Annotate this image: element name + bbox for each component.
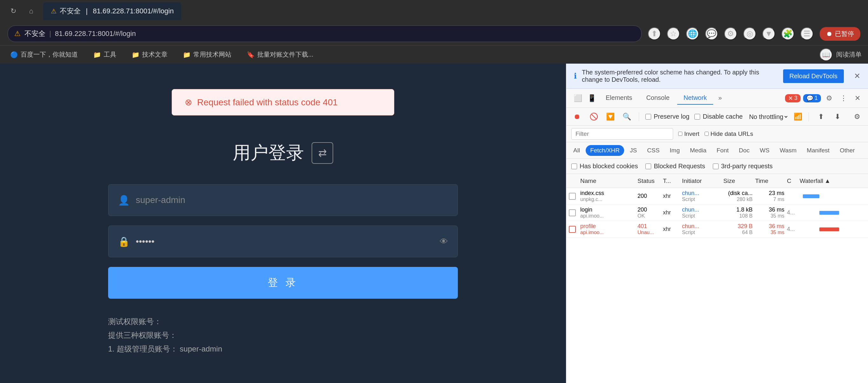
- type-filter-fetch-xhr[interactable]: Fetch/XHR: [586, 145, 624, 156]
- devtools-settings-button[interactable]: ⚙: [824, 92, 835, 105]
- blocked-requests-label[interactable]: Blocked Requests: [645, 163, 705, 170]
- address-bar[interactable]: ⚠ 不安全 | 81.69.228.71:8001/#/login: [8, 25, 642, 42]
- extensions-icon[interactable]: 🧩: [781, 27, 794, 40]
- type-filter-css[interactable]: CSS: [643, 145, 664, 156]
- search-button[interactable]: 🔍: [621, 111, 632, 122]
- warning-icon: ⚠: [51, 7, 57, 15]
- paused-button[interactable]: ⏺ 已暂停: [820, 27, 860, 41]
- third-party-label[interactable]: 3rd-party requests: [713, 163, 773, 170]
- row3-status-sub: Unau...: [638, 230, 663, 235]
- has-blocked-cookies-checkbox[interactable]: [571, 164, 577, 169]
- th-initiator[interactable]: Initiator: [682, 177, 723, 184]
- tab-more[interactable]: »: [714, 92, 725, 105]
- type-filter-all[interactable]: All: [569, 145, 584, 156]
- invert-label[interactable]: Invert: [678, 130, 700, 138]
- invert-checkbox[interactable]: [678, 132, 682, 136]
- devtools-more-button[interactable]: ⋮: [837, 92, 849, 105]
- bookmark-tech-sites[interactable]: 📁 常用技术网站: [179, 48, 235, 61]
- type-filter-other[interactable]: Other: [835, 145, 860, 156]
- username-field[interactable]: 👤: [108, 184, 458, 216]
- row1-checkbox[interactable]: [569, 193, 576, 200]
- filter-input[interactable]: [571, 128, 673, 140]
- upload-button[interactable]: ⬆: [815, 111, 827, 122]
- th-type[interactable]: T...: [663, 177, 682, 184]
- address-bar-row: ⚠ 不安全 | 81.69.228.71:8001/#/login ⬆ ☆ 🌐 …: [0, 22, 868, 45]
- disable-cache-checkbox[interactable]: [694, 114, 700, 120]
- type-filter-img[interactable]: Img: [665, 145, 684, 156]
- share-button[interactable]: ⬆: [648, 27, 661, 40]
- blocked-requests-checkbox[interactable]: [645, 164, 651, 169]
- message-badge: 💬 1: [803, 94, 821, 102]
- third-party-checkbox[interactable]: [713, 164, 719, 169]
- record-button[interactable]: ⏺: [571, 111, 583, 122]
- type-filter-wasm[interactable]: Wasm: [775, 145, 801, 156]
- preserve-log-label[interactable]: Preserve log: [645, 113, 689, 120]
- preserve-log-text: Preserve log: [654, 113, 689, 120]
- device-toolbar-icon[interactable]: 📱: [585, 92, 598, 105]
- username-input[interactable]: [136, 195, 448, 205]
- has-blocked-cookies-label[interactable]: Has blocked cookies: [571, 163, 638, 170]
- error-count: 3: [794, 95, 798, 101]
- refresh-button[interactable]: ↻: [6, 4, 20, 18]
- table-row[interactable]: index.css unpkg.c... 200 xhr chun... Scr…: [566, 188, 868, 205]
- th-size[interactable]: Size: [723, 177, 755, 184]
- filter-toggle-button[interactable]: 🔽: [604, 111, 616, 122]
- th-c[interactable]: C: [787, 177, 800, 184]
- network-settings-button[interactable]: ⚙: [851, 111, 863, 122]
- bookmark-baidu[interactable]: 🔵 百度一下，你就知道: [6, 48, 82, 61]
- th-time[interactable]: Time: [755, 177, 787, 184]
- error-badge: ✕ 3: [785, 94, 801, 102]
- bookmark-button[interactable]: ☆: [667, 27, 680, 40]
- type-filter-manifest[interactable]: Manifest: [802, 145, 834, 156]
- tab-network[interactable]: Network: [677, 92, 713, 105]
- tab-elements[interactable]: Elements: [599, 92, 639, 105]
- hide-data-urls-checkbox[interactable]: [705, 132, 709, 136]
- th-status[interactable]: Status: [638, 177, 663, 184]
- clear-button[interactable]: 🚫: [588, 111, 599, 122]
- row3-status: 401 Unau...: [638, 223, 663, 235]
- active-tab[interactable]: ⚠ 不安全 | 81.69.228.71:8001/#/login: [43, 2, 181, 20]
- table-row[interactable]: login api.imoo... 200 OK xhr chun... Scr…: [566, 205, 868, 221]
- th-name[interactable]: Name: [580, 177, 638, 184]
- devtools-close-button[interactable]: ✕: [852, 92, 863, 105]
- type-filter-media[interactable]: Media: [685, 145, 711, 156]
- reload-devtools-button[interactable]: Reload DevTools: [783, 69, 844, 83]
- download-button[interactable]: ⬇: [832, 111, 843, 122]
- bookmark-batch[interactable]: 🔖 批量对账文件下载...: [243, 48, 317, 61]
- arrow-down-icon[interactable]: ▼: [763, 27, 775, 40]
- login-button[interactable]: 登 录: [108, 267, 458, 299]
- bookmark-tech-articles[interactable]: 📁 技术文章: [128, 48, 172, 61]
- eye-icon[interactable]: 👁: [440, 237, 448, 246]
- row2-checkbox[interactable]: [569, 209, 576, 216]
- wechat-icon[interactable]: 💬: [705, 27, 718, 40]
- reading-list-button[interactable]: 📖: [820, 48, 832, 61]
- type-filter-ws[interactable]: WS: [755, 145, 774, 156]
- table-row[interactable]: profile api.imoo... 401 Unau... xhr chun…: [566, 221, 868, 238]
- hide-data-urls-label[interactable]: Hide data URLs: [705, 130, 753, 138]
- disable-cache-label[interactable]: Disable cache: [694, 113, 743, 120]
- password-input[interactable]: [136, 236, 433, 246]
- settings-button[interactable]: ⚙: [724, 27, 737, 40]
- type-filter-doc[interactable]: Doc: [735, 145, 754, 156]
- bookmark-tools[interactable]: 📁 工具: [89, 48, 120, 61]
- row1-name-sub: unpkg.c...: [580, 197, 638, 202]
- close-info-button[interactable]: ✕: [854, 71, 860, 81]
- target-icon[interactable]: ◎: [743, 27, 756, 40]
- password-field[interactable]: 🔒 👁: [108, 226, 458, 257]
- tab-bar: ↻ ⌂ ⚠ 不安全 | 81.69.228.71:8001/#/login: [0, 0, 868, 22]
- bookmark-icon-baidu: 🔵: [10, 51, 18, 59]
- home-button[interactable]: ⌂: [24, 4, 38, 18]
- th-waterfall[interactable]: Waterfall ▲: [800, 177, 865, 184]
- preserve-log-checkbox[interactable]: [645, 114, 651, 120]
- type-filter-js[interactable]: JS: [625, 145, 641, 156]
- row3-checkbox[interactable]: [569, 226, 576, 233]
- message-count: 1: [814, 95, 818, 101]
- type-filter-font[interactable]: Font: [712, 145, 733, 156]
- reading-list-label: 阅读清单: [836, 50, 862, 59]
- inspect-element-icon[interactable]: ⬜: [571, 92, 584, 105]
- profile-button[interactable]: 🌐: [686, 27, 699, 40]
- throttle-select[interactable]: No throttling: [748, 113, 788, 121]
- row1-checkbox-cell: [569, 193, 580, 200]
- sidebar-icon[interactable]: ☰: [801, 27, 813, 40]
- tab-console[interactable]: Console: [640, 92, 676, 105]
